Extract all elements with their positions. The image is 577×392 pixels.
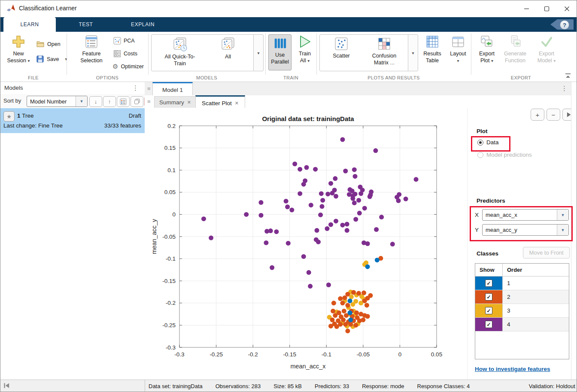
all-models-button[interactable]: All — [211, 36, 245, 61]
plots-gallery: Scatter Confusion Matrix ... — [319, 34, 409, 71]
pca-button[interactable]: PCA — [113, 37, 135, 45]
move-to-front-button[interactable]: Move to Front — [523, 247, 570, 258]
sort-by-label: Sort by — [3, 97, 21, 104]
sort-descending-button[interactable]: ↓ — [89, 96, 102, 107]
ribbon-separator — [148, 33, 149, 75]
class-color-cell: ✓ — [475, 277, 503, 290]
chevron-down-icon: ▾ — [27, 58, 30, 63]
costs-button[interactable]: Costs — [113, 50, 137, 58]
collapse-models-panel-button[interactable] — [3, 383, 10, 390]
class-visibility-checkbox[interactable]: ✓ — [485, 280, 492, 287]
favorite-star-button[interactable]: ★ — [3, 111, 15, 122]
star-icon: ★ — [6, 113, 12, 120]
train-all-button[interactable]: Train All ▾ — [295, 34, 315, 64]
close-tab-icon[interactable]: ✕ — [187, 100, 191, 105]
radio-unselected-icon — [477, 152, 483, 158]
export-plot-button[interactable]: Export Plot ▾ — [475, 34, 499, 64]
radio-model-predictions-option[interactable]: Model predictions — [477, 152, 532, 158]
svg-text:-0.3: -0.3 — [174, 351, 184, 358]
radio-data-option[interactable]: Data — [477, 139, 499, 146]
y-predictor-select[interactable]: mean_acc_y ▼ — [482, 224, 569, 236]
favorites-list-button[interactable] — [117, 96, 130, 107]
classes-table-header: Show Order — [475, 264, 569, 277]
tab-test-label: TEST — [79, 21, 93, 27]
class-order-cell[interactable]: 1 — [503, 277, 569, 290]
export-plot-icon — [480, 34, 494, 49]
tab-learn[interactable]: LEARN — [3, 17, 56, 32]
generate-function-button[interactable]: Generate Function — [501, 34, 529, 64]
feature-selection-button[interactable]: Feature Selection — [72, 34, 111, 64]
window-title: Classification Learner — [19, 5, 77, 12]
pca-icon — [113, 37, 121, 45]
tab-test[interactable]: TEST — [56, 17, 116, 32]
export-model-icon — [539, 34, 554, 49]
svg-text:-0.15: -0.15 — [283, 351, 296, 358]
costs-label: Costs — [124, 51, 137, 57]
svg-text:0: 0 — [398, 351, 402, 358]
class-order-cell[interactable]: 2 — [503, 290, 569, 304]
plot-heading: Plot — [477, 128, 488, 134]
model-features-count: 33/33 features — [104, 122, 141, 129]
model-list-item-selected[interactable]: ★ 1 Tree Draft Last change: Fine Tree 33… — [0, 108, 145, 133]
close-tab-icon[interactable]: ✕ — [235, 100, 239, 106]
collapse-ribbon-icon — [564, 73, 572, 79]
save-button[interactable]: Save ▾ — [36, 55, 67, 63]
layout-button[interactable]: Layout ▾ — [447, 34, 469, 64]
confusion-matrix-icon — [377, 36, 392, 51]
tab-explain[interactable]: EXPLAIN — [116, 17, 170, 32]
tab-model-1[interactable]: Model 1 — [152, 82, 193, 97]
svg-text:0.15: 0.15 — [164, 145, 176, 151]
use-parallel-label-2: Parallel — [271, 59, 289, 65]
document-kebab-icon[interactable]: ⋮ — [561, 85, 568, 91]
open-folder-icon — [36, 40, 45, 48]
scatter-plot-figure[interactable]: -0.3-0.25-0.2-0.15-0.1-0.0500.05-0.3-0.2… — [149, 108, 467, 377]
train-all-label-2: All — [300, 58, 306, 64]
favorites-list-icon — [120, 98, 127, 105]
minimize-button[interactable] — [516, 0, 537, 17]
svg-text:-0.05: -0.05 — [356, 351, 370, 358]
classes-table-empty-area — [475, 331, 569, 359]
drag-handle-icon[interactable]: ≡ — [147, 85, 150, 92]
optimizer-button[interactable]: ⚙ Optimizer — [112, 63, 144, 70]
confusion-matrix-button[interactable]: Confusion Matrix ... — [363, 36, 406, 66]
class-color-cell: ✓ — [475, 290, 503, 304]
dropdown-arrow-icon[interactable]: ▼ — [76, 96, 87, 106]
all-quick-to-train-button[interactable]: All Quick-To- Train — [158, 36, 202, 67]
plots-gallery-dropdown-button[interactable]: ▾ — [408, 34, 418, 71]
dropdown-arrow-icon[interactable]: ▼ — [557, 210, 568, 220]
models-panel-collapse-bar — [0, 380, 145, 392]
results-table-label-2: Table — [426, 58, 439, 64]
maximize-button[interactable] — [537, 0, 557, 17]
class-order-cell[interactable]: 3 — [503, 304, 569, 317]
export-model-button[interactable]: Export Model ▾ — [533, 34, 560, 64]
sort-by-select[interactable]: Model Number ▼ — [27, 96, 88, 107]
close-button[interactable] — [557, 0, 577, 17]
tab-summary[interactable]: Summary ✕ — [154, 96, 196, 108]
svg-text:-0.15: -0.15 — [162, 278, 176, 284]
help-button[interactable]: ? — [550, 19, 574, 30]
open-button[interactable]: Open — [36, 40, 61, 48]
results-table-button[interactable]: Results Table — [420, 34, 445, 64]
class-visibility-checkbox[interactable]: ✓ — [485, 293, 492, 301]
save-label: Save — [47, 56, 59, 62]
svg-text:Original data set: trainingDat: Original data set: trainingData — [262, 115, 354, 122]
class-visibility-checkbox[interactable]: ✓ — [485, 321, 492, 328]
status-observations: Observations: 283 — [216, 383, 261, 389]
use-parallel-toggle[interactable]: Use Parallel — [268, 34, 292, 70]
new-session-button[interactable]: New Session ▾ — [4, 34, 33, 64]
class-visibility-checkbox[interactable]: ✓ — [485, 307, 492, 314]
export-model-label-1: Export — [539, 51, 554, 57]
models-gallery-dropdown-button[interactable]: ▾ — [253, 34, 264, 71]
scatter-plot-button[interactable]: Scatter — [323, 36, 359, 60]
drag-handle-icon[interactable]: ≡ — [147, 98, 150, 105]
dropdown-arrow-icon[interactable]: ▼ — [557, 225, 568, 235]
how-to-investigate-link[interactable]: How to investigate features — [475, 366, 550, 372]
class-order-cell[interactable]: 4 — [503, 318, 569, 331]
duplicate-model-button[interactable] — [131, 96, 143, 107]
sort-ascending-button[interactable]: ↑ — [103, 96, 116, 107]
kebab-menu-icon[interactable]: ⋮ — [132, 85, 139, 91]
document-tab-bar: ≡ Model 1 ⋮ — [145, 82, 577, 96]
collapse-ribbon-button[interactable] — [564, 73, 572, 80]
x-predictor-select[interactable]: mean_acc_x ▼ — [482, 209, 569, 221]
all-models-label: All — [225, 54, 231, 60]
